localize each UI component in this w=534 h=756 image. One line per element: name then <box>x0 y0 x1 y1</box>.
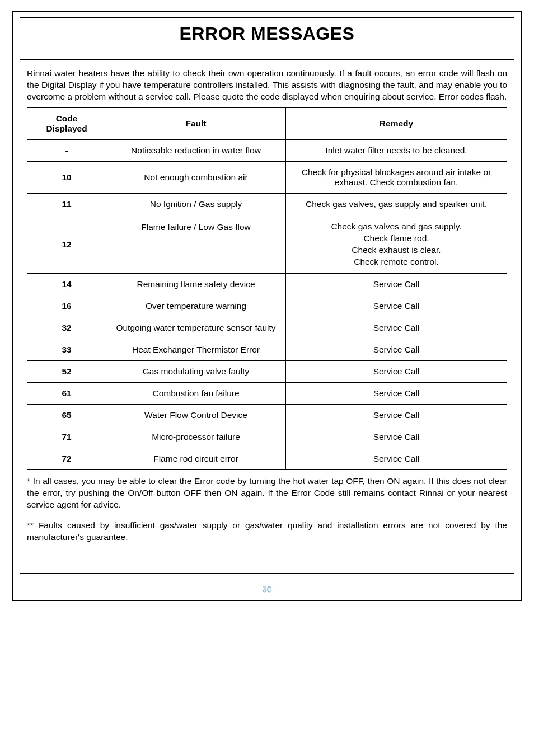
table-row: 11 No Ignition / Gas supply Check gas va… <box>27 193 507 215</box>
cell-fault: Flame failure / Low Gas flow <box>106 215 286 274</box>
remedy-multiline: Check gas valves and gas supply. Check f… <box>292 221 501 268</box>
cell-fault: Gas modulating valve faulty <box>106 361 286 383</box>
table-body: - Noticeable reduction in water flow Inl… <box>27 139 507 470</box>
cell-code: 33 <box>27 339 106 361</box>
cell-remedy: Service Call <box>286 295 507 317</box>
header-code-line1: Code <box>33 114 100 124</box>
cell-code: 72 <box>27 448 106 470</box>
cell-code: 16 <box>27 295 106 317</box>
table-row: 10 Not enough combustion air Check for p… <box>27 161 507 193</box>
title-box: ERROR MESSAGES <box>20 17 514 51</box>
cell-fault: Outgoing water temperature sensor faulty <box>106 317 286 339</box>
table-row: 52 Gas modulating valve faulty Service C… <box>27 361 507 383</box>
table-row: 12 Flame failure / Low Gas flow Check ga… <box>27 215 507 274</box>
cell-fault: Over temperature warning <box>106 295 286 317</box>
cell-remedy: Check gas valves and gas supply. Check f… <box>286 215 507 274</box>
cell-fault: Combustion fan failure <box>106 383 286 405</box>
cell-remedy: Service Call <box>286 383 507 405</box>
footnote-2: ** Faults caused by insufficient gas/wat… <box>27 520 507 543</box>
cell-fault: Remaining flame safety device <box>106 274 286 295</box>
table-row: 16 Over temperature warning Service Call <box>27 295 507 317</box>
cell-fault: Not enough combustion air <box>106 161 286 193</box>
col-header-remedy: Remedy <box>286 107 507 139</box>
cell-fault: Micro-processor failure <box>106 426 286 448</box>
table-row: 71 Micro-processor failure Service Call <box>27 426 507 448</box>
cell-fault: Flame rod circuit error <box>106 448 286 470</box>
page-number: 30 <box>13 581 521 600</box>
error-codes-table: Code Displayed Fault Remedy - Noticeable… <box>27 107 507 471</box>
table-row: - Noticeable reduction in water flow Inl… <box>27 139 507 161</box>
remedy-line: Check gas valves and gas supply. <box>292 221 501 233</box>
footnote-1: * In all cases, you may be able to clear… <box>27 476 507 511</box>
page-frame: ERROR MESSAGES Rinnai water heaters have… <box>12 11 522 601</box>
table-row: 72 Flame rod circuit error Service Call <box>27 448 507 470</box>
cell-remedy: Service Call <box>286 274 507 295</box>
cell-remedy: Check for physical blockages around air … <box>286 161 507 193</box>
col-header-fault: Fault <box>106 107 286 139</box>
table-row: 32 Outgoing water temperature sensor fau… <box>27 317 507 339</box>
cell-fault: No Ignition / Gas supply <box>106 193 286 215</box>
table-row: 65 Water Flow Control Device Service Cal… <box>27 405 507 426</box>
cell-code: 71 <box>27 426 106 448</box>
cell-remedy: Inlet water filter needs to be cleaned. <box>286 139 507 161</box>
remedy-line: Check exhaust is clear. <box>292 245 501 256</box>
content-box: Rinnai water heaters have the ability to… <box>20 59 514 574</box>
cell-code: 12 <box>27 215 106 274</box>
cell-remedy: Service Call <box>286 339 507 361</box>
table-header-row: Code Displayed Fault Remedy <box>27 107 507 139</box>
cell-fault: Noticeable reduction in water flow <box>106 139 286 161</box>
table-row: 14 Remaining flame safety device Service… <box>27 274 507 295</box>
cell-code: 32 <box>27 317 106 339</box>
cell-remedy: Service Call <box>286 361 507 383</box>
cell-remedy: Service Call <box>286 448 507 470</box>
cell-code: - <box>27 139 106 161</box>
cell-remedy: Service Call <box>286 426 507 448</box>
table-row: 33 Heat Exchanger Thermistor Error Servi… <box>27 339 507 361</box>
header-code-line2: Displayed <box>33 124 100 134</box>
col-header-code: Code Displayed <box>27 107 106 139</box>
table-row: 61 Combustion fan failure Service Call <box>27 383 507 405</box>
cell-fault: Heat Exchanger Thermistor Error <box>106 339 286 361</box>
cell-code: 11 <box>27 193 106 215</box>
cell-code: 52 <box>27 361 106 383</box>
cell-fault: Water Flow Control Device <box>106 405 286 426</box>
page-title: ERROR MESSAGES <box>20 24 514 44</box>
cell-remedy: Check gas valves, gas supply and sparker… <box>286 193 507 215</box>
cell-code: 14 <box>27 274 106 295</box>
cell-remedy: Service Call <box>286 405 507 426</box>
cell-remedy: Service Call <box>286 317 507 339</box>
cell-code: 65 <box>27 405 106 426</box>
remedy-line: Check flame rod. <box>292 233 501 245</box>
intro-paragraph: Rinnai water heaters have the ability to… <box>27 68 507 103</box>
cell-code: 61 <box>27 383 106 405</box>
cell-code: 10 <box>27 161 106 193</box>
remedy-line: Check remote control. <box>292 256 501 268</box>
